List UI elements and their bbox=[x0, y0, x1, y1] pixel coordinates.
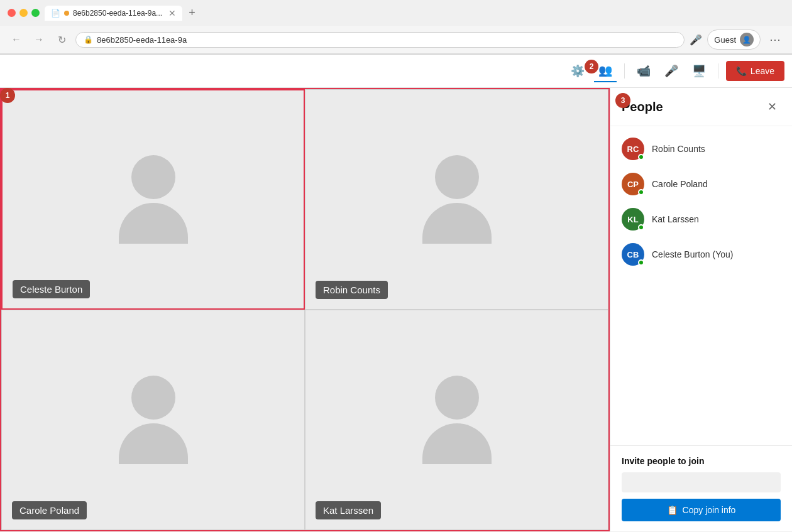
browser-toolbar: ← → ↻ 🔒 8e6b2850-eeda-11ea-9a 🎤 Guest 👤 … bbox=[0, 26, 792, 54]
browser-mic-icon[interactable]: 🎤 bbox=[690, 34, 702, 46]
leave-phone-icon: 📞 bbox=[736, 66, 747, 76]
close-window-btn[interactable] bbox=[8, 9, 16, 17]
avatar-body-celeste bbox=[119, 203, 188, 244]
avatar-head-carole bbox=[131, 376, 175, 420]
invite-section: Invite people to join 📋 Copy join info bbox=[610, 445, 792, 531]
video-cell-robin: Robin Counts bbox=[305, 89, 608, 310]
guest-button[interactable]: Guest 👤 bbox=[707, 30, 761, 50]
online-dot-carole bbox=[638, 189, 644, 195]
person-avatar-carole: CP bbox=[622, 173, 644, 195]
invite-title: Invite people to join bbox=[622, 456, 781, 466]
lock-icon: 🔒 bbox=[84, 35, 93, 44]
tab-icon: 📄 bbox=[51, 9, 60, 18]
participants-badge: 2 bbox=[585, 60, 598, 73]
forward-btn[interactable]: → bbox=[30, 31, 48, 48]
address-text: 8e6b2850-eeda-11ea-9a bbox=[97, 35, 187, 45]
copy-icon: 📋 bbox=[667, 505, 678, 515]
avatar-head-kat bbox=[435, 376, 479, 420]
browser-chrome: 📄 8e6b2850-eeda-11ea-9a... ✕ + ← → ↻ 🔒 8… bbox=[0, 0, 792, 55]
avatar-celeste bbox=[119, 155, 188, 244]
person-name-kat: Kat Larssen bbox=[652, 214, 763, 224]
minimize-window-btn[interactable] bbox=[19, 9, 28, 17]
refresh-btn[interactable]: ↻ bbox=[53, 31, 70, 48]
toolbar-divider-2 bbox=[718, 63, 718, 79]
person-name-robin: Robin Counts bbox=[652, 144, 763, 154]
avatar-head-celeste bbox=[131, 155, 175, 199]
grid-badge-1: 1 bbox=[0, 88, 15, 103]
person-item-carole[interactable]: CP Carole Poland ⋯ bbox=[610, 166, 792, 202]
person-item-kat[interactable]: KL Kat Larssen ⋯ bbox=[610, 202, 792, 237]
address-bar[interactable]: 🔒 8e6b2850-eeda-11ea-9a bbox=[75, 32, 685, 48]
maximize-window-btn[interactable] bbox=[31, 9, 40, 17]
person-initials-robin: RC bbox=[627, 144, 639, 154]
video-cell-celeste: Celeste Burton bbox=[1, 89, 305, 310]
toolbar-divider-1 bbox=[624, 63, 625, 79]
meeting-toolbar: 2 ⚙️ 👥 📹 🎤 🖥️ 📞 Leave bbox=[0, 55, 792, 88]
name-badge-celeste: Celeste Burton bbox=[13, 280, 90, 298]
copy-btn-label: Copy join info bbox=[683, 505, 736, 515]
avatar-body-kat bbox=[422, 423, 492, 464]
person-initials-carole: CP bbox=[627, 180, 639, 189]
person-avatar-kat: KL bbox=[622, 208, 644, 231]
new-tab-btn[interactable]: + bbox=[185, 5, 199, 21]
person-avatar-celeste: CB bbox=[622, 243, 644, 266]
avatar-carole bbox=[119, 376, 188, 464]
leave-label: Leave bbox=[751, 66, 774, 76]
browser-more-btn[interactable]: ⋯ bbox=[766, 30, 784, 49]
person-initials-celeste: CB bbox=[627, 250, 639, 259]
avatar-kat bbox=[422, 376, 492, 464]
copy-join-info-btn[interactable]: 📋 Copy join info bbox=[622, 499, 781, 521]
video-cell-carole: Carole Poland bbox=[1, 310, 305, 530]
leave-button[interactable]: 📞 Leave bbox=[726, 61, 784, 81]
avatar-body-robin bbox=[422, 203, 492, 244]
people-list: RC Robin Counts ⋯ CP Carole Poland ⋯ bbox=[610, 126, 792, 445]
person-name-carole: Carole Poland bbox=[652, 179, 763, 189]
name-badge-kat: Kat Larssen bbox=[316, 501, 381, 519]
traffic-lights bbox=[8, 9, 40, 17]
name-badge-carole: Carole Poland bbox=[12, 501, 87, 519]
guest-label: Guest bbox=[714, 35, 736, 45]
person-item-celeste[interactable]: CB Celeste Burton (You) ⋯ bbox=[610, 237, 792, 272]
avatar-head-robin bbox=[435, 155, 479, 199]
person-initials-kat: KL bbox=[627, 215, 638, 224]
mic-btn[interactable]: 🎤 bbox=[660, 60, 683, 82]
online-dot-kat bbox=[638, 224, 644, 231]
people-panel: 3 People ✕ RC Robin Counts ⋯ bbox=[610, 88, 792, 531]
main-content: 1 Celeste Burton Robin Counts bbox=[0, 88, 792, 531]
video-grid: 1 Celeste Burton Robin Counts bbox=[0, 88, 610, 531]
title-bar: 📄 8e6b2850-eeda-11ea-9a... ✕ + bbox=[0, 0, 792, 26]
app-container: 2 ⚙️ 👥 📹 🎤 🖥️ 📞 Leave 1 Celeste Burton bbox=[0, 55, 792, 531]
guest-avatar: 👤 bbox=[740, 33, 754, 46]
video-cell-kat: Kat Larssen bbox=[305, 310, 608, 530]
avatar-body-carole bbox=[119, 423, 188, 464]
panel-badge-3: 3 bbox=[615, 93, 630, 108]
tab-dot bbox=[64, 11, 69, 16]
person-avatar-robin: RC bbox=[622, 138, 644, 160]
back-btn[interactable]: ← bbox=[8, 31, 25, 48]
online-dot-celeste bbox=[638, 259, 644, 266]
tab-title: 8e6b2850-eeda-11ea-9a... bbox=[73, 9, 162, 18]
tab-bar: 📄 8e6b2850-eeda-11ea-9a... ✕ + bbox=[45, 5, 784, 21]
people-header: People ✕ bbox=[610, 88, 792, 126]
person-name-celeste: Celeste Burton (You) bbox=[652, 249, 763, 259]
name-badge-robin: Robin Counts bbox=[316, 281, 388, 299]
share-btn[interactable]: 🖥️ bbox=[688, 60, 710, 82]
browser-tab[interactable]: 📄 8e6b2850-eeda-11ea-9a... ✕ bbox=[45, 6, 182, 21]
camera-btn[interactable]: 📹 bbox=[632, 60, 655, 82]
invite-input[interactable] bbox=[622, 472, 781, 492]
person-item-robin[interactable]: RC Robin Counts ⋯ bbox=[610, 131, 792, 166]
online-dot-robin bbox=[638, 154, 644, 160]
tab-close-btn[interactable]: ✕ bbox=[168, 8, 176, 18]
close-panel-btn[interactable]: ✕ bbox=[763, 98, 781, 116]
avatar-robin bbox=[422, 155, 492, 244]
